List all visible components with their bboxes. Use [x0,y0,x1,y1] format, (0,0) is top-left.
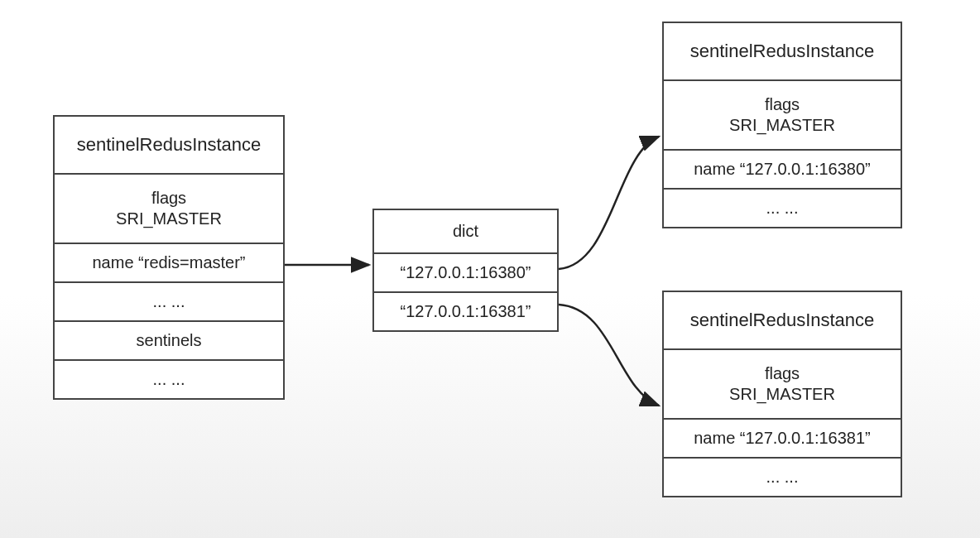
right-bottom-name-row: name “127.0.0.1:16381” [664,420,901,459]
arrow-dict-to-top [559,137,659,269]
arrow-dict-to-bottom [559,305,659,406]
right-top-ellipsis: ... ... [664,190,901,227]
right-top-instance-box: sentinelRedusInstance flags SRI_MASTER n… [662,22,902,228]
dict-item-1: “127.0.0.1:16381” [374,293,557,330]
dict-box: dict “127.0.0.1:16380” “127.0.0.1:16381” [372,209,559,332]
flags-label: flags [151,189,186,207]
dict-item-0: “127.0.0.1:16380” [374,254,557,293]
flags-value: SRI_MASTER [729,385,835,403]
left-ellipsis-1: ... ... [55,283,283,322]
right-bottom-instance-box: sentinelRedusInstance flags SRI_MASTER n… [662,291,902,497]
right-bottom-ellipsis: ... ... [664,459,901,496]
left-instance-box: sentinelRedusInstance flags SRI_MASTER n… [53,115,285,400]
right-bottom-title: sentinelRedusInstance [664,292,901,350]
left-name-row: name “redis=master” [55,244,283,283]
flags-value: SRI_MASTER [116,209,222,228]
flags-label: flags [765,95,800,113]
left-flags-row: flags SRI_MASTER [55,175,283,244]
dict-title: dict [374,210,557,254]
left-title: sentinelRedusInstance [55,117,283,175]
flags-value: SRI_MASTER [729,116,835,134]
right-top-name-row: name “127.0.0.1:16380” [664,151,901,190]
left-ellipsis-2: ... ... [55,361,283,398]
right-top-flags-row: flags SRI_MASTER [664,81,901,151]
right-top-title: sentinelRedusInstance [664,23,901,81]
left-sentinels-row: sentinels [55,322,283,361]
flags-label: flags [765,364,800,382]
right-bottom-flags-row: flags SRI_MASTER [664,350,901,420]
